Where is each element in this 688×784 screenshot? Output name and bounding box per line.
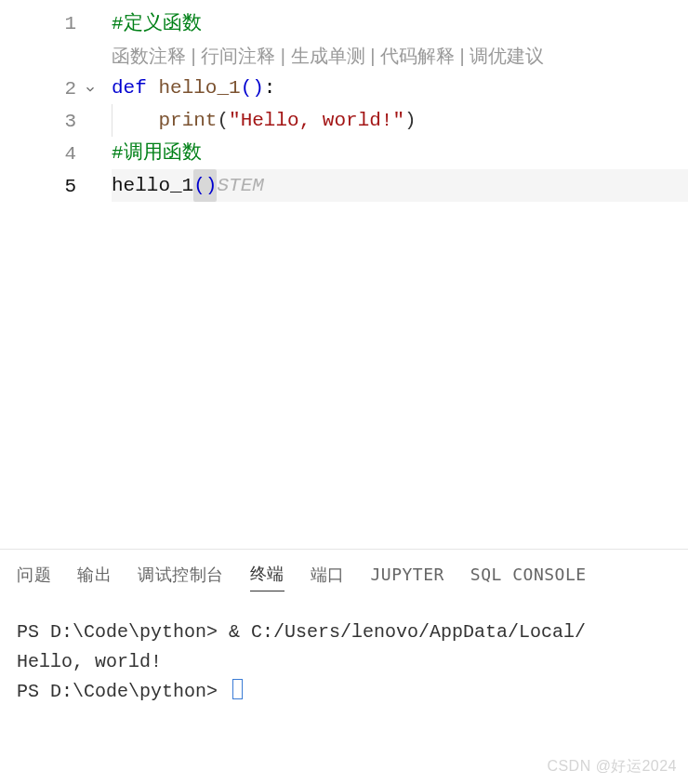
- prompt-prefix: PS: [17, 621, 50, 643]
- string-literal: "Hello, world!": [229, 110, 404, 131]
- gutter-number: 2: [64, 78, 76, 100]
- paren-close: ): [252, 77, 264, 99]
- tab-ports[interactable]: 端口: [311, 564, 345, 591]
- tab-terminal[interactable]: 终端: [250, 563, 284, 591]
- code-line-1[interactable]: #定义函数: [112, 7, 688, 40]
- codelens-explain[interactable]: 代码解释: [380, 46, 455, 66]
- space: [147, 77, 159, 99]
- separator: |: [455, 46, 470, 66]
- indent-guide: [112, 104, 112, 137]
- gutter-line-4[interactable]: 4: [0, 138, 93, 170]
- terminal-cursor: [232, 679, 243, 699]
- separator: |: [365, 46, 380, 66]
- tab-sql-console[interactable]: SQL CONSOLE: [470, 565, 587, 590]
- paren-close: ): [205, 175, 218, 196]
- paren-close: ): [404, 110, 417, 131]
- chevron-down-icon[interactable]: [84, 83, 97, 96]
- comment: #调用函数: [112, 142, 202, 164]
- code-line-3[interactable]: print("Hello, world!"): [112, 104, 688, 137]
- builtin-print: print: [158, 110, 217, 131]
- paren-open: (: [217, 110, 229, 131]
- tab-debug-console[interactable]: 调试控制台: [138, 564, 224, 591]
- tab-jupyter[interactable]: JUPYTER: [371, 565, 444, 590]
- terminal-content[interactable]: PS D:\Code\python> & C:/Users/lenovo/App…: [0, 601, 688, 707]
- gutter-spacer-codelens: [0, 40, 93, 73]
- bottom-panel: 问题 输出 调试控制台 终端 端口 JUPYTER SQL CONSOLE PS…: [0, 549, 688, 784]
- prompt-gt: >: [206, 621, 229, 643]
- paren-open: (: [241, 77, 253, 99]
- function-call: hello_1: [112, 175, 193, 196]
- codelens-optimize[interactable]: 调优建议: [470, 46, 544, 66]
- terminal-output: Hello, world!: [17, 651, 162, 672]
- comment: #定义函数: [112, 13, 202, 34]
- line-gutter: 1 2 3 4 5: [0, 0, 93, 549]
- prompt-path: D:\Code\python: [50, 621, 206, 643]
- separator: |: [275, 46, 290, 66]
- gutter-line-2[interactable]: 2: [0, 73, 93, 105]
- function-name: hello_1: [158, 77, 240, 99]
- code-line-2[interactable]: def hello_1():: [112, 72, 688, 104]
- prompt-path: D:\Code\python: [50, 681, 206, 702]
- terminal-command: & C:/Users/lenovo/AppData/Local/: [229, 621, 586, 643]
- codelens-inline[interactable]: 行间注释: [201, 46, 275, 66]
- gutter-line-1[interactable]: 1: [0, 7, 93, 40]
- prompt-gt: >: [206, 681, 229, 702]
- colon: :: [264, 77, 276, 99]
- panel-tabs: 问题 输出 调试控制台 终端 端口 JUPYTER SQL CONSOLE: [0, 550, 688, 601]
- codelens-test[interactable]: 生成单测: [291, 46, 365, 66]
- code-line-4[interactable]: #调用函数: [112, 137, 688, 169]
- codelens-doc[interactable]: 函数注释: [112, 46, 186, 66]
- indent: [112, 110, 158, 131]
- ghost-suggestion[interactable]: STEM: [217, 175, 263, 196]
- codelens-row: 函数注释 | 行间注释 | 生成单测 | 代码解释 | 调优建议: [112, 40, 688, 72]
- editor-area: 1 2 3 4 5 #定义函数 函数注释 | 行间注释 | 生成单测 | 代码解…: [0, 0, 688, 549]
- paren-open: (: [193, 175, 205, 196]
- tab-output[interactable]: 输出: [77, 564, 112, 591]
- separator: |: [186, 46, 201, 66]
- prompt-prefix: PS: [17, 681, 50, 702]
- code-content[interactable]: #定义函数 函数注释 | 行间注释 | 生成单测 | 代码解释 | 调优建议 d…: [93, 0, 688, 549]
- code-line-5[interactable]: hello_1()STEM: [112, 169, 688, 202]
- gutter-line-5[interactable]: 5: [0, 170, 93, 203]
- tab-problems[interactable]: 问题: [17, 564, 51, 591]
- keyword-def: def: [112, 77, 147, 99]
- bracket-highlight: (): [193, 169, 217, 202]
- gutter-line-3[interactable]: 3: [0, 105, 93, 138]
- watermark: CSDN @好运2024: [547, 757, 677, 777]
